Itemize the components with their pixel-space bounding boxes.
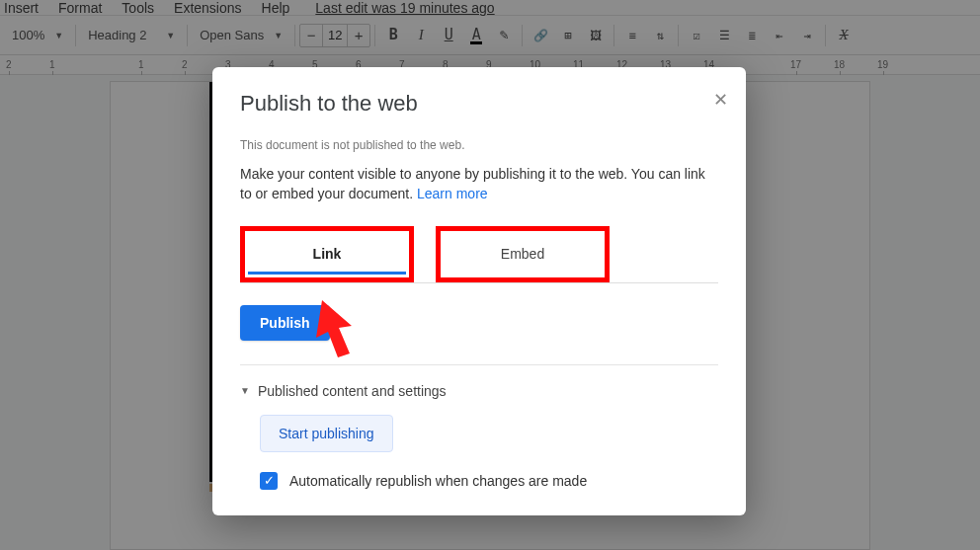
italic-button[interactable]: I [407, 22, 435, 49]
chevron-down-icon: ▼ [166, 31, 175, 40]
tab-link[interactable]: Link [248, 234, 406, 275]
increase-font-icon[interactable]: + [348, 27, 369, 43]
insert-comment-button[interactable]: ⊞ [554, 22, 582, 49]
zoom-dropdown[interactable]: 100% ▼ [4, 23, 71, 48]
menu-insert[interactable]: Insert [4, 0, 39, 16]
bulleted-list-button[interactable]: ☰ [710, 22, 738, 49]
text-color-button[interactable]: A [462, 22, 490, 49]
auto-republish-row[interactable]: ✓ Automatically republish when changes a… [260, 472, 718, 490]
align-button[interactable]: ≡ [618, 22, 646, 49]
expander-label: Published content and settings [258, 383, 447, 399]
published-settings-expander[interactable]: ▼ Published content and settings [240, 383, 718, 399]
underline-button[interactable]: U [435, 22, 462, 49]
dialog-description: Make your content visible to anyone by p… [240, 164, 718, 204]
menu-help[interactable]: Help [262, 0, 290, 16]
numbered-list-button[interactable]: ≣ [738, 22, 766, 49]
highlight-box: Embed [436, 226, 610, 282]
learn-more-link[interactable]: Learn more [417, 186, 488, 201]
bold-button[interactable]: B [379, 22, 407, 49]
decrease-indent-button[interactable]: ⇤ [766, 22, 793, 49]
line-spacing-button[interactable]: ⇅ [646, 22, 674, 49]
highlight-box: Link [240, 226, 414, 282]
checkbox-checked-icon[interactable]: ✓ [260, 472, 278, 490]
start-publishing-button[interactable]: Start publishing [260, 415, 393, 452]
tab-embed[interactable]: Embed [444, 234, 602, 272]
menu-tools[interactable]: Tools [122, 0, 154, 16]
ruler-mark: 2 [182, 59, 188, 70]
publish-dialog: Publish to the web ✕ This document is no… [212, 67, 746, 515]
style-value: Heading 2 [88, 28, 146, 42]
publish-button[interactable]: Publish [240, 305, 330, 341]
dialog-title: Publish to the web [240, 91, 718, 117]
menubar: Insert Format Tools Extensions Help Last… [0, 0, 980, 16]
highlight-button[interactable]: ✎ [490, 22, 518, 49]
auto-republish-label: Automatically republish when changes are… [289, 473, 587, 489]
clear-formatting-button[interactable]: X [830, 22, 858, 49]
checklist-button[interactable]: ☑ [683, 22, 710, 49]
ruler-mark: 1 [49, 59, 55, 70]
zoom-value: 100% [12, 28, 44, 42]
paragraph-style-dropdown[interactable]: Heading 2 ▼ [80, 23, 183, 48]
ruler-mark: 2 [6, 59, 12, 70]
ruler-mark: 19 [877, 59, 888, 70]
insert-link-button[interactable]: 🔗 [527, 22, 554, 49]
font-size-stepper[interactable]: − + [299, 24, 370, 47]
font-family-dropdown[interactable]: Open Sans ▼ [192, 23, 290, 48]
increase-indent-button[interactable]: ⇥ [793, 22, 821, 49]
font-size-input[interactable] [322, 25, 348, 46]
last-edit-text[interactable]: Last edit was 19 minutes ago [315, 0, 494, 16]
dialog-subtitle: This document is not published to the we… [240, 138, 718, 152]
ruler-mark: 17 [790, 59, 801, 70]
close-icon[interactable]: ✕ [713, 89, 728, 111]
chevron-down-icon: ▼ [240, 385, 250, 396]
ruler-mark: 18 [834, 59, 845, 70]
tabs: Link Embed [240, 226, 718, 283]
chevron-down-icon: ▼ [274, 31, 283, 40]
ruler-mark: 1 [138, 59, 144, 70]
decrease-font-icon[interactable]: − [300, 27, 322, 43]
menu-format[interactable]: Format [58, 0, 102, 16]
menu-extensions[interactable]: Extensions [174, 0, 241, 16]
font-value: Open Sans [200, 28, 264, 42]
toolbar: 100% ▼ Heading 2 ▼ Open Sans ▼ − + B I U… [0, 16, 980, 55]
chevron-down-icon: ▼ [54, 31, 63, 40]
insert-image-button[interactable]: 🖼 [582, 22, 610, 49]
